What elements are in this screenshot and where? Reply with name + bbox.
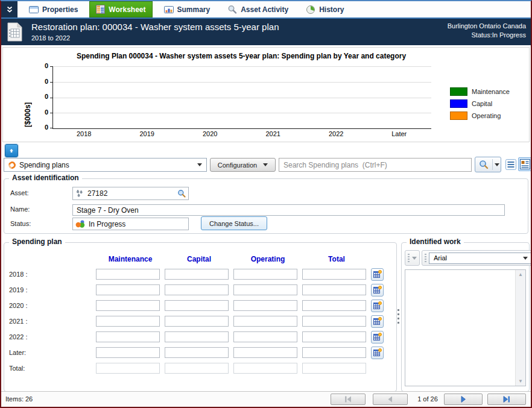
operating-input[interactable]: [233, 331, 297, 342]
search-options-dropdown[interactable]: [493, 163, 501, 166]
row-detail-button[interactable]: [371, 347, 384, 359]
capital-input[interactable]: [165, 300, 229, 311]
legend-label: Maintenance: [472, 88, 510, 95]
chevron-down-icon: [523, 257, 528, 260]
next-page-icon: [458, 395, 468, 403]
total-input[interactable]: [302, 316, 366, 327]
collapse-chart-button[interactable]: [5, 144, 18, 157]
column-header: Operating: [233, 255, 302, 263]
toolbar-grip[interactable]: [425, 254, 426, 262]
x-tick-label: 2019: [116, 130, 179, 137]
change-status-button[interactable]: Change Status...: [201, 216, 267, 230]
maintenance-input[interactable]: [96, 331, 160, 342]
name-input[interactable]: [75, 206, 502, 215]
spending-plan-header-row: Maintenance Capital Operating Total: [4, 255, 371, 263]
font-family-value[interactable]: [432, 254, 521, 262]
double-chevron-down-icon: [6, 6, 13, 13]
toolbar-grip[interactable]: [408, 254, 410, 262]
capital-input[interactable]: [165, 269, 229, 280]
name-field[interactable]: [72, 204, 505, 216]
entity-select[interactable]: Spending plans: [4, 158, 207, 172]
asset-field[interactable]: [72, 187, 189, 200]
grid-detail-icon: [373, 317, 382, 325]
operating-input[interactable]: [233, 316, 297, 327]
chart-title: Spending Plan 000034 - Washer system ass…: [51, 52, 431, 60]
list-view-button[interactable]: [505, 159, 516, 170]
tab-worksheet[interactable]: Worksheet: [89, 1, 152, 17]
status-label: Status:: [10, 220, 31, 227]
row-detail-button[interactable]: [371, 331, 384, 344]
capital-input[interactable]: [165, 347, 229, 358]
row-detail-button[interactable]: [371, 284, 384, 297]
window-icon: [29, 5, 39, 14]
capital-input[interactable]: [165, 284, 229, 295]
operating-input[interactable]: [233, 269, 297, 280]
total-input[interactable]: [302, 284, 366, 295]
tab-properties[interactable]: Properties: [23, 1, 84, 17]
history-clock-icon: [306, 5, 315, 14]
configuration-button[interactable]: Configuration: [210, 158, 276, 172]
scroll-down-icon[interactable]: ▼: [516, 377, 525, 386]
previous-page-icon: [385, 395, 395, 403]
section-legend: Asset identification: [9, 174, 82, 182]
magnifier-icon[interactable]: [177, 189, 186, 198]
operating-input[interactable]: [233, 347, 297, 358]
magnifier-icon: [479, 160, 489, 169]
editor-scrollbar[interactable]: ▲ ▼: [515, 270, 525, 386]
total-input[interactable]: [302, 269, 366, 280]
identified-work-editor[interactable]: ▲ ▼: [405, 269, 526, 386]
total-input[interactable]: [302, 331, 366, 342]
header-location: Burlington Ontario Canada: [448, 22, 526, 31]
maintenance-input[interactable]: [96, 269, 160, 280]
chevron-down-icon: [263, 163, 268, 166]
row-detail-button[interactable]: [371, 268, 384, 281]
previous-page-button[interactable]: [373, 394, 408, 405]
status-field[interactable]: [72, 218, 189, 230]
row-detail-button[interactable]: [371, 315, 384, 328]
tab-label: History: [319, 5, 344, 14]
record-header: Restoration plan: 000034 - Washer system…: [1, 19, 531, 45]
editor-toolbar-overflow[interactable]: [405, 250, 420, 266]
table-row: 2022 :: [4, 331, 384, 343]
status-input[interactable]: [87, 219, 186, 229]
maintenance-input[interactable]: [96, 347, 160, 358]
first-page-button[interactable]: [331, 394, 366, 405]
capital-input[interactable]: [165, 316, 229, 327]
tab-history[interactable]: History: [300, 1, 350, 17]
row-detail-button[interactable]: [371, 300, 384, 312]
total-input[interactable]: [302, 300, 366, 311]
scroll-up-icon[interactable]: ▲: [516, 270, 525, 279]
items-count: Items: 26: [5, 395, 33, 403]
maintenance-total-input: [96, 363, 160, 374]
maintenance-input[interactable]: [96, 316, 160, 327]
grid-detail-icon: [373, 348, 382, 357]
legend-item: Operating: [450, 111, 510, 120]
asset-input[interactable]: [86, 189, 175, 198]
next-page-button[interactable]: [444, 394, 483, 405]
maintenance-input[interactable]: [96, 300, 160, 311]
collapse-menu-button[interactable]: [1, 1, 17, 17]
search-input[interactable]: [279, 158, 472, 172]
y-tick-label: 0: [37, 124, 48, 131]
entity-ring-icon: [7, 160, 17, 170]
tab-bar: Properties Worksheet Summary: [1, 1, 531, 19]
section-legend: Spending plan: [9, 237, 65, 246]
maintenance-input[interactable]: [96, 284, 160, 295]
column-header: Total: [302, 255, 371, 263]
status-bar: Items: 26 1 of 26: [1, 391, 531, 407]
operating-input[interactable]: [233, 300, 297, 311]
last-page-button[interactable]: [487, 394, 526, 405]
operating-input[interactable]: [233, 284, 297, 295]
tab-asset-activity[interactable]: Asset Activity: [221, 1, 294, 17]
panel-splitter[interactable]: [396, 242, 400, 391]
capital-input[interactable]: [165, 331, 229, 342]
tab-label: Summary: [177, 5, 211, 14]
tab-summary[interactable]: Summary: [158, 1, 217, 17]
total-input[interactable]: [302, 347, 366, 358]
record-view-button[interactable]: [518, 157, 532, 171]
search-button[interactable]: [475, 157, 501, 172]
spending-chart-panel: Spending Plan 000034 - Washer system ass…: [2, 47, 530, 142]
font-family-select[interactable]: [429, 253, 531, 264]
capital-total-input: [165, 363, 229, 374]
chevron-down-icon: [495, 163, 499, 166]
